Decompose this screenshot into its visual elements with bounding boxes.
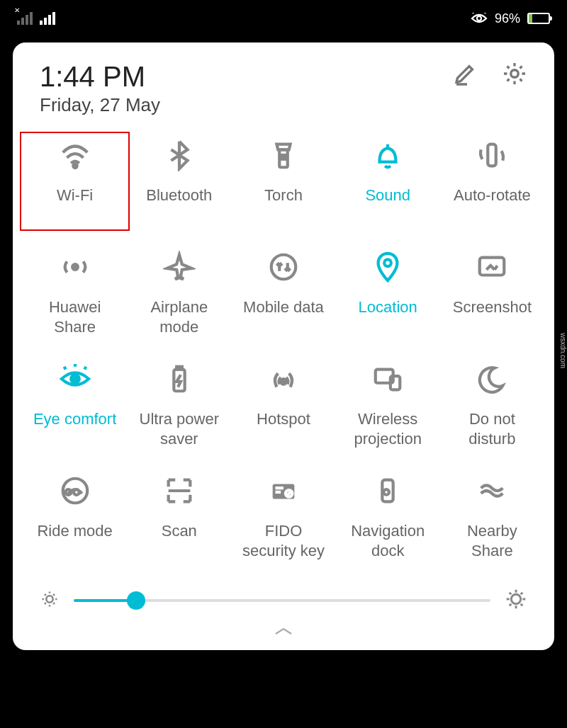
signal-sim2-icon	[40, 12, 55, 25]
tile-rotate[interactable]: Auto-rotate	[440, 137, 544, 225]
eye-comfort-status-icon	[471, 13, 488, 24]
scan-icon	[162, 473, 197, 508]
airplane-icon	[162, 249, 197, 285]
brightness-slider[interactable]	[74, 599, 490, 602]
tile-label: FIDO security key	[242, 521, 325, 561]
screenshot-icon	[474, 249, 510, 285]
tile-label: Scan	[162, 521, 197, 561]
brightness-high-icon	[505, 588, 527, 613]
tile-label: Screenshot	[453, 297, 532, 337]
bluetooth-icon	[162, 137, 197, 173]
nearby-icon	[474, 473, 510, 508]
mobile-data-icon	[266, 249, 301, 285]
svg-point-0	[511, 70, 519, 78]
tile-location[interactable]: Location	[336, 249, 440, 337]
share-radar-icon	[57, 249, 93, 285]
status-bar: ✕ 96%	[0, 0, 567, 37]
tile-torch[interactable]: Torch	[231, 137, 335, 225]
watermark: wsxdn.com	[559, 333, 567, 368]
brightness-row	[20, 574, 547, 618]
ride-icon	[57, 473, 93, 508]
status-right: 96%	[471, 11, 550, 26]
tile-label: Location	[359, 297, 417, 337]
tile-label: Ride mode	[37, 521, 112, 561]
tile-label: Mobile data	[243, 297, 324, 337]
tile-airplane[interactable]: Airplane mode	[127, 249, 231, 337]
signal-sim1-icon: ✕	[17, 12, 33, 25]
tile-label: Hotspot	[257, 409, 310, 449]
tile-wifi[interactable]: Wi-Fi	[20, 132, 130, 231]
panel-header: 1:44 PM Friday, 27 May	[20, 61, 547, 129]
rotate-icon	[474, 137, 510, 173]
gear-icon	[502, 61, 527, 86]
tile-share-radar[interactable]: Huawei Share	[23, 249, 127, 337]
moon-icon	[474, 361, 510, 397]
tile-label: Wi-Fi	[57, 186, 93, 225]
tile-label: Airplane mode	[150, 297, 208, 337]
navdock-icon	[370, 473, 405, 508]
tile-ride[interactable]: Ride mode	[23, 473, 127, 561]
tiles-grid: Wi-FiBluetoothTorchSoundAuto-rotateHuawe…	[20, 129, 547, 574]
eye-icon	[57, 361, 93, 397]
expand-handle[interactable]	[20, 618, 547, 644]
tile-label: Wireless projection	[354, 409, 422, 449]
tile-label: Auto-rotate	[454, 186, 531, 225]
svg-point-1	[46, 596, 52, 602]
quick-settings-panel: 1:44 PM Friday, 27 May Wi-FiBluetoothTor…	[13, 42, 554, 650]
status-left: ✕	[17, 12, 55, 25]
tile-screenshot[interactable]: Screenshot	[440, 249, 544, 337]
tile-hotspot[interactable]: Hotspot	[231, 361, 335, 449]
tile-battery-saver[interactable]: Ultra power saver	[127, 361, 231, 449]
tile-label: Huawei Share	[49, 297, 101, 337]
tile-label: Ultra power saver	[140, 409, 219, 449]
edit-button[interactable]	[452, 61, 478, 89]
tile-bell[interactable]: Sound	[336, 137, 440, 225]
hotspot-icon	[266, 361, 301, 397]
fido-icon	[266, 473, 301, 508]
bell-icon	[370, 137, 405, 173]
tile-eye[interactable]: Eye comfort	[23, 361, 127, 449]
tile-label: Eye comfort	[33, 409, 116, 449]
settings-button[interactable]	[502, 61, 527, 89]
tile-scan[interactable]: Scan	[127, 473, 231, 561]
tile-label: Bluetooth	[146, 186, 212, 225]
tile-mobile-data[interactable]: Mobile data	[231, 249, 335, 337]
tile-label: Nearby Share	[467, 521, 517, 561]
tile-label: Do not disturb	[468, 409, 515, 449]
tile-moon[interactable]: Do not disturb	[440, 361, 544, 449]
projection-icon	[370, 361, 405, 397]
tile-label: Torch	[264, 186, 303, 225]
tile-projection[interactable]: Wireless projection	[336, 361, 440, 449]
torch-icon	[266, 137, 301, 173]
time-block[interactable]: 1:44 PM Friday, 27 May	[40, 61, 160, 116]
brightness-low-icon	[40, 589, 60, 612]
clock-time: 1:44 PM	[40, 61, 160, 93]
svg-point-2	[511, 594, 520, 603]
clock-date: Friday, 27 May	[40, 94, 160, 116]
battery-percent: 96%	[495, 11, 520, 26]
tile-fido[interactable]: FIDO security key	[231, 473, 335, 561]
tile-nearby[interactable]: Nearby Share	[440, 473, 544, 561]
tile-label: Navigation dock	[351, 521, 425, 561]
tile-bluetooth[interactable]: Bluetooth	[127, 137, 231, 225]
pencil-icon	[452, 61, 478, 86]
battery-icon	[527, 13, 550, 24]
battery-saver-icon	[162, 361, 197, 397]
wifi-icon	[57, 137, 93, 173]
location-icon	[370, 249, 405, 285]
tile-navdock[interactable]: Navigation dock	[336, 473, 440, 561]
tile-label: Sound	[365, 186, 410, 225]
chevron-up-icon	[273, 626, 294, 636]
